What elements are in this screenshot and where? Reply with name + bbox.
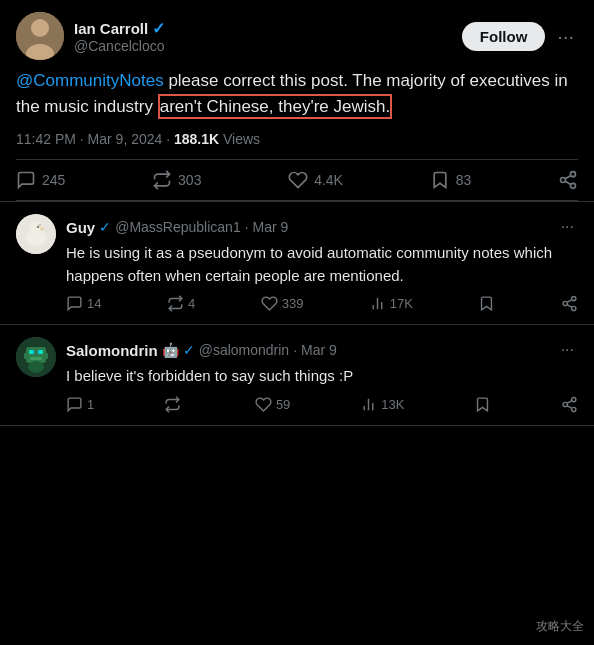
reply-comment-icon-salo — [66, 396, 83, 413]
svg-rect-23 — [26, 347, 46, 363]
svg-point-36 — [563, 402, 567, 406]
svg-point-18 — [563, 301, 567, 305]
reply-bookmark-icon-salo — [474, 396, 491, 413]
tweet-actions-header: Follow ··· — [462, 21, 578, 52]
comment-icon — [16, 170, 36, 190]
reply-heart-icon-guy — [261, 295, 278, 312]
reply-date-salo: · — [293, 342, 297, 358]
reply-action-bar-guy: 14 4 339 17K — [66, 295, 578, 312]
reply-more-salo[interactable]: ··· — [557, 337, 578, 363]
verified-icon: ✓ — [152, 19, 165, 38]
svg-rect-26 — [30, 357, 42, 360]
reply-name-guy: Guy — [66, 219, 95, 236]
reply-date-text-guy: Mar 9 — [253, 219, 289, 235]
reply-avatar-salo[interactable] — [16, 337, 56, 377]
reply-username-salo: @salomondrin — [199, 342, 289, 358]
reply-content-salo: Salomondrin 🤖 ✓ @salomondrin · Mar 9 ···… — [16, 337, 578, 413]
svg-point-35 — [572, 397, 576, 401]
svg-point-17 — [572, 296, 576, 300]
reply-content-guy: Guy ✓ @MassRepublican1 · Mar 9 ··· He is… — [16, 214, 578, 312]
svg-point-30 — [29, 350, 33, 354]
reply-verified-guy: ✓ — [99, 219, 111, 235]
reply-username-guy: @MassRepublican1 — [115, 219, 241, 235]
reply-verified-salo: ✓ — [183, 342, 195, 358]
reply-salomondrin: Salomondrin 🤖 ✓ @salomondrin · Mar 9 ···… — [0, 325, 594, 426]
heart-icon — [288, 170, 308, 190]
svg-point-3 — [570, 172, 575, 177]
tweet-author-section: Ian Carroll ✓ @Cancelcloco — [16, 12, 165, 60]
avatar[interactable] — [16, 12, 64, 60]
follow-button[interactable]: Follow — [462, 22, 546, 51]
reply-views-icon-salo — [360, 396, 377, 413]
tweet-body: @CommunityNotes please correct this post… — [16, 68, 578, 119]
reply-guy: Guy ✓ @MassRepublican1 · Mar 9 ··· He is… — [0, 202, 594, 325]
reply-views-action-guy[interactable]: 17K — [369, 295, 413, 312]
reply-header-left-guy: Guy ✓ @MassRepublican1 · Mar 9 — [66, 219, 288, 236]
share-action[interactable] — [558, 170, 578, 190]
retweet-icon — [152, 170, 172, 190]
svg-point-12 — [39, 224, 42, 227]
reply-views-action-salo[interactable]: 13K — [360, 396, 404, 413]
reply-retweet-icon-salo — [164, 396, 181, 413]
svg-line-38 — [567, 405, 572, 408]
reply-date-guy: · — [245, 219, 249, 235]
reply-retweet-icon-guy — [167, 295, 184, 312]
reply-retweet-action-guy[interactable]: 4 — [167, 295, 195, 312]
bookmark-icon — [430, 170, 450, 190]
more-options-button[interactable]: ··· — [553, 21, 578, 52]
reply-share-icon-guy — [561, 295, 578, 312]
reply-avatar-guy[interactable] — [16, 214, 56, 254]
svg-line-39 — [567, 400, 572, 403]
svg-line-7 — [565, 175, 571, 178]
svg-point-10 — [29, 221, 43, 235]
bookmark-action[interactable]: 83 — [430, 170, 472, 190]
reply-share-icon-salo — [561, 396, 578, 413]
svg-line-20 — [567, 305, 572, 308]
display-name: Ian Carroll ✓ — [74, 19, 165, 38]
reply-more-guy[interactable]: ··· — [557, 214, 578, 240]
reply-name-salo: Salomondrin — [66, 342, 158, 359]
svg-point-13 — [37, 226, 39, 228]
reply-robot-icon-salo: 🤖 — [162, 342, 179, 358]
reply-comment-action-guy[interactable]: 14 — [66, 295, 101, 312]
main-tweet: Ian Carroll ✓ @Cancelcloco Follow ··· @C… — [0, 0, 594, 202]
reply-comment-icon-guy — [66, 295, 83, 312]
tweet-meta: 11:42 PM · Mar 9, 2024 · 188.1K Views — [16, 131, 578, 147]
svg-point-1 — [31, 19, 49, 37]
comment-action[interactable]: 245 — [16, 170, 65, 190]
reply-header-guy: Guy ✓ @MassRepublican1 · Mar 9 ··· — [66, 214, 578, 240]
reply-header-left-salo: Salomondrin 🤖 ✓ @salomondrin · Mar 9 — [66, 342, 337, 359]
like-action[interactable]: 4.4K — [288, 170, 343, 190]
reply-comment-action-salo[interactable]: 1 — [66, 396, 94, 413]
tweet-action-bar: 245 303 4.4K 83 — [16, 159, 578, 201]
svg-point-19 — [572, 306, 576, 310]
reply-text-section-guy: Guy ✓ @MassRepublican1 · Mar 9 ··· He is… — [66, 214, 578, 312]
reply-bookmark-action-salo[interactable] — [474, 396, 491, 413]
reply-like-action-guy[interactable]: 339 — [261, 295, 304, 312]
reply-bookmark-icon-guy — [478, 295, 495, 312]
svg-rect-28 — [45, 353, 48, 359]
reply-body-guy: He is using it as a pseudonym to avoid a… — [66, 242, 578, 287]
svg-line-6 — [565, 181, 571, 184]
svg-point-5 — [570, 183, 575, 188]
reply-share-action-salo[interactable] — [561, 396, 578, 413]
watermark: 攻略大全 — [536, 618, 584, 635]
username: @Cancelcloco — [74, 38, 165, 54]
svg-point-4 — [560, 178, 565, 183]
svg-point-31 — [39, 350, 43, 354]
reply-retweet-action-salo[interactable] — [164, 396, 185, 413]
reply-heart-icon-salo — [255, 396, 272, 413]
reply-bookmark-action-guy[interactable] — [478, 295, 495, 312]
user-info: Ian Carroll ✓ @Cancelcloco — [74, 19, 165, 54]
reply-like-action-salo[interactable]: 59 — [255, 396, 290, 413]
retweet-action[interactable]: 303 — [152, 170, 201, 190]
svg-rect-27 — [24, 353, 27, 359]
reply-date-text-salo: Mar 9 — [301, 342, 337, 358]
reply-views-icon-guy — [369, 295, 386, 312]
reply-share-action-guy[interactable] — [561, 295, 578, 312]
mention-link[interactable]: @CommunityNotes — [16, 71, 164, 90]
highlighted-text: aren't Chinese, they're Jewish. — [158, 94, 392, 119]
reply-body-salo: I believe it's forbidden to say such thi… — [66, 365, 578, 388]
reply-header-salo: Salomondrin 🤖 ✓ @salomondrin · Mar 9 ··· — [66, 337, 578, 363]
svg-point-29 — [28, 361, 44, 373]
